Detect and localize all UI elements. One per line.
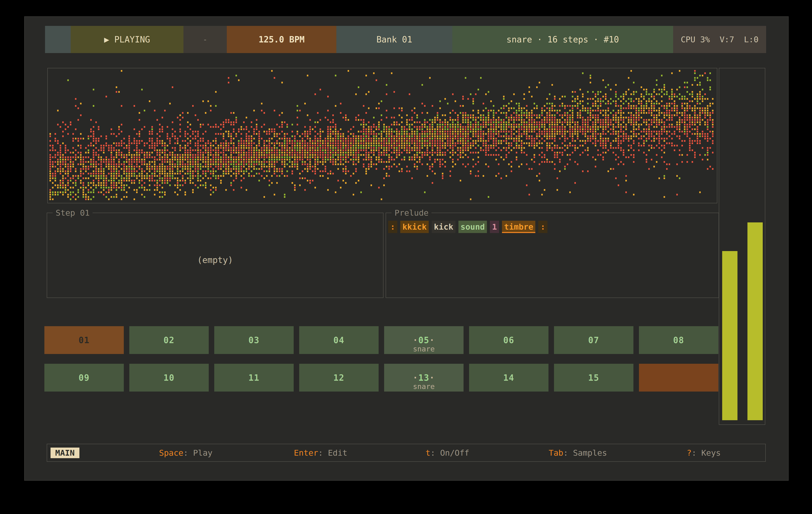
step-number: 04 [334,335,344,345]
step-detail-panel: Step 01 (empty) [47,209,383,298]
prelude-token: : [538,221,547,233]
track-info: snare · 16 steps · #10 [452,26,673,53]
level-meter-bar-2 [748,222,763,420]
prelude-token: kick [432,221,456,233]
hint-key: Enter [294,448,318,458]
step-number: ·05· [413,335,435,345]
step-cell-08[interactable]: 08 [639,326,718,354]
step-cell-15[interactable]: 15 [554,364,633,392]
step-number: 12 [334,373,344,383]
step-sample-label: snare [384,345,464,353]
step-number: 09 [79,373,90,383]
step-cell-10[interactable]: 10 [129,364,209,392]
step-cell-12[interactable]: 12 [299,364,379,392]
hint-key: Tab [549,448,563,458]
step-number: 08 [673,335,684,345]
step-number: 01 [79,335,90,345]
keybind-bar: MAIN Space: PlayEnter: Editt: On/OffTab:… [47,444,766,462]
step-sample-label: snare [384,382,464,391]
step-grid: 01020304·05·snare06070809101112·13·snare… [45,326,719,392]
mode-badge: MAIN [51,448,80,458]
step-cell-01[interactable]: 01 [45,326,124,354]
step-number: ·13· [413,373,435,383]
hint-key: Space [159,448,183,458]
prelude-panel: Prelude :kkickkicksound1timbre: [386,209,719,298]
step-cell-16[interactable] [639,364,718,392]
step-number: 11 [249,373,260,383]
step-cell-05[interactable]: ·05·snare [384,326,464,354]
step-number: 15 [588,373,599,383]
system-stats: CPU 3% V:7 L:0 [673,26,766,53]
step-cell-06[interactable]: 06 [469,326,549,354]
statusbar-spacer [45,26,71,53]
pattern-visualizer [47,68,717,203]
active-step-dot: · [413,373,418,383]
status-bar: ▶ PLAYING - 125.0 BPM Bank 01 snare · 16… [45,26,766,53]
step-cell-14[interactable]: 14 [469,364,549,392]
prelude-panel-title: Prelude [392,209,432,217]
prelude-token: 1 [490,221,499,233]
key-hint-space: Space: Play [159,448,212,458]
pattern-visualizer-canvas [48,68,717,203]
hint-key: ? [687,448,692,458]
active-step-dot: · [429,373,435,383]
hint-action: : Keys [692,448,721,458]
step-number: 02 [164,335,175,345]
step-number: 07 [588,335,599,345]
bank-display[interactable]: Bank 01 [336,26,452,53]
hint-action: : On/Off [430,448,469,458]
hint-key: t [426,448,430,458]
step-number: 10 [164,373,175,383]
key-hint-enter: Enter: Edit [294,448,347,458]
key-hint-t: t: On/Off [426,448,469,458]
hint-action: : Edit [318,448,347,458]
step-number: 03 [249,335,260,345]
step-cell-11[interactable]: 11 [214,364,294,392]
step-empty-label: (empty) [47,255,383,265]
prelude-code-line[interactable]: :kkickkicksound1timbre: [388,221,550,233]
level-meter-panel [719,68,765,425]
step-number: 06 [503,335,514,345]
step-cell-13[interactable]: ·13·snare [384,364,464,392]
step-cell-07[interactable]: 07 [554,326,633,354]
step-cell-09[interactable]: 09 [45,364,124,392]
prelude-token: sound [459,221,487,233]
step-panel-title: Step 01 [53,209,93,217]
prelude-token: timbre [502,221,535,233]
prelude-token: : [388,221,397,233]
step-cell-04[interactable]: 04 [299,326,379,354]
step-number: 14 [503,373,514,383]
transport-status[interactable]: ▶ PLAYING [71,26,183,53]
level-meter-bar-1 [722,251,737,420]
statusbar-placeholder: - [183,26,227,53]
step-cell-02[interactable]: 02 [129,326,209,354]
app-window: ▶ PLAYING - 125.0 BPM Bank 01 snare · 16… [24,16,789,481]
key-hint-: ?: Keys [687,448,721,458]
step-cell-03[interactable]: 03 [214,326,294,354]
active-step-dot: · [413,335,418,345]
active-step-dot: · [429,335,435,345]
hint-action: : Play [183,448,212,458]
prelude-token: kkick [400,221,429,233]
hint-action: : Samples [563,448,607,458]
bpm-display[interactable]: 125.0 BPM [227,26,336,53]
key-hint-tab: Tab: Samples [549,448,607,458]
